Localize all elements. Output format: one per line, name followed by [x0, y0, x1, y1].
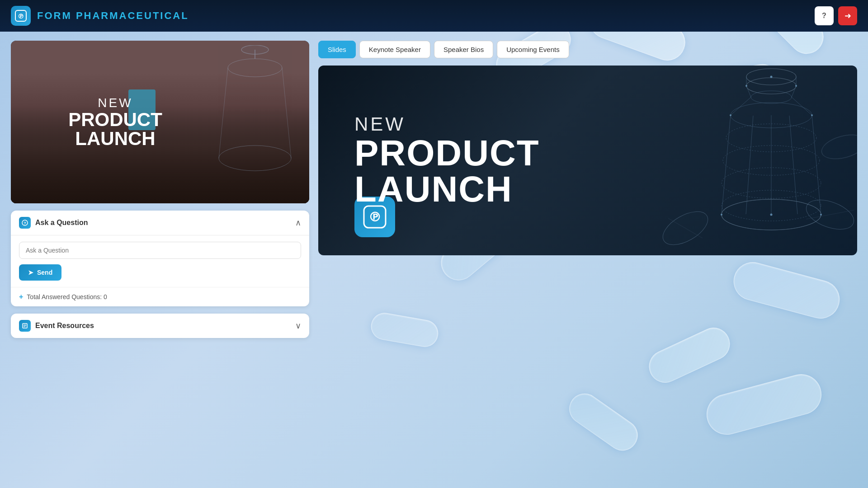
qa-icon: ? — [19, 217, 31, 229]
svg-point-3 — [219, 145, 291, 171]
right-panel: Slides Keynote Speaker Speaker Bios Upco… — [318, 41, 857, 479]
tab-keynote[interactable]: Keynote Speaker — [359, 41, 430, 58]
exit-icon: ➜ — [844, 11, 851, 21]
resources-title: Event Resources — [35, 322, 94, 330]
tab-events[interactable]: Upcoming Events — [497, 41, 569, 58]
send-label: Send — [37, 269, 52, 276]
left-panel: NEW PRODUCT LAUNCH — [11, 41, 309, 479]
header: ℗ FORM PHARMACEUTICAL ? ➜ — [0, 0, 868, 32]
video-placeholder: NEW PRODUCT LAUNCH — [11, 41, 309, 203]
resources-header-left: Event Resources — [19, 320, 94, 332]
svg-point-46 — [820, 214, 822, 216]
svg-point-7 — [241, 45, 269, 54]
svg-line-24 — [812, 115, 821, 215]
slide-bottle-graphic — [640, 66, 857, 255]
slide-display: NEW PRODUCT LAUNCH — [318, 66, 857, 255]
video-container: NEW PRODUCT LAUNCH — [11, 41, 309, 203]
svg-point-44 — [811, 114, 813, 116]
svg-line-33 — [789, 116, 797, 214]
resources-panel: Event Resources ∨ — [11, 314, 309, 338]
logo-area: ℗ FORM PHARMACEUTICAL — [11, 6, 189, 26]
resources-header: Event Resources ∨ — [11, 314, 309, 338]
resources-icon — [19, 320, 31, 332]
svg-point-45 — [721, 214, 722, 216]
svg-point-43 — [730, 114, 731, 116]
qa-collapse-button[interactable]: ∧ — [295, 218, 301, 228]
tab-keynote-label: Keynote Speaker — [369, 46, 421, 53]
svg-point-2 — [228, 59, 282, 77]
send-button[interactable]: ➤ Send — [19, 264, 61, 281]
exit-button[interactable]: ➜ — [838, 6, 857, 25]
question-input[interactable] — [19, 242, 301, 259]
slide-text-area: NEW PRODUCT LAUNCH — [354, 113, 540, 207]
svg-point-41 — [745, 85, 747, 87]
slide-product-video: PRODUCT — [68, 110, 162, 129]
resources-expand-button[interactable]: ∨ — [295, 321, 301, 331]
plus-icon: + — [19, 293, 23, 301]
tab-events-label: Upcoming Events — [506, 46, 560, 53]
svg-line-26 — [792, 97, 812, 115]
answered-count: Total Answered Questions: 0 — [27, 293, 107, 300]
svg-point-15 — [746, 78, 796, 94]
qa-footer: + Total Answered Questions: 0 — [11, 287, 309, 306]
svg-text:℗: ℗ — [368, 210, 381, 224]
company-name: FORM PHARMACEUTICAL — [37, 10, 189, 22]
svg-line-32 — [746, 116, 753, 214]
svg-line-19 — [746, 86, 751, 97]
chevron-down-icon: ∨ — [295, 321, 301, 330]
qa-body: ➤ Send — [11, 235, 309, 287]
tab-bios-label: Speaker Bios — [443, 46, 484, 53]
slide-new-video: NEW — [68, 96, 162, 110]
svg-line-4 — [219, 68, 228, 158]
tab-slides-label: Slides — [328, 46, 346, 53]
svg-line-5 — [282, 68, 291, 158]
svg-line-23 — [722, 115, 731, 215]
qa-header-left: ? Ask a Question — [19, 217, 88, 229]
svg-line-25 — [731, 97, 751, 115]
tab-bios[interactable]: Speaker Bios — [434, 41, 493, 58]
slide-new: NEW — [354, 113, 540, 135]
svg-point-47 — [770, 214, 773, 216]
svg-point-42 — [795, 85, 797, 87]
main-content: NEW PRODUCT LAUNCH — [0, 32, 868, 488]
send-icon: ➤ — [28, 269, 33, 276]
header-actions: ? ➜ — [815, 6, 857, 25]
slide-product: PRODUCT — [354, 135, 540, 171]
qa-title: Ask a Question — [35, 219, 88, 227]
help-icon: ? — [822, 12, 826, 20]
svg-point-40 — [770, 76, 773, 78]
svg-text:?: ? — [24, 221, 26, 225]
help-button[interactable]: ? — [815, 6, 834, 25]
tab-slides[interactable]: Slides — [318, 41, 356, 58]
qa-panel: ? Ask a Question ∧ ➤ Send + Total Answ — [11, 211, 309, 306]
svg-point-18 — [751, 91, 792, 103]
chevron-up-icon: ∧ — [295, 218, 301, 227]
slide-launch-video: LAUNCH — [68, 129, 162, 148]
qa-header: ? Ask a Question ∧ — [11, 211, 309, 235]
svg-text:℗: ℗ — [18, 13, 24, 20]
logo-icon: ℗ — [11, 6, 31, 26]
svg-point-39 — [819, 131, 857, 163]
video-overlay-text: NEW PRODUCT LAUNCH — [68, 96, 162, 148]
slide-launch: LAUNCH — [354, 171, 540, 207]
tabs-bar: Slides Keynote Speaker Speaker Bios Upco… — [318, 41, 857, 58]
svg-line-20 — [792, 86, 796, 97]
